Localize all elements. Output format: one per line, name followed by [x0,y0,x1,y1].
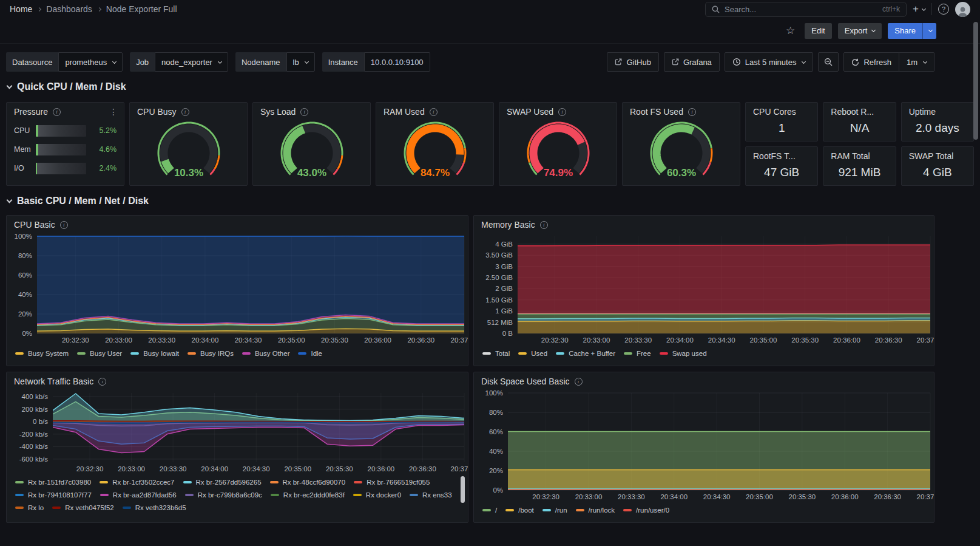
legend-item[interactable]: Rx br-151fd7c03980 [15,476,91,488]
legend-series-color [188,352,196,355]
memory-basic-chart: 0 B512 MiB1 GiB1.50 GiB2 GiB2.50 GiB3 Gi… [474,231,934,346]
legend-item[interactable]: Busy System [15,347,69,359]
zoom-out-button[interactable] [818,52,839,72]
legend-series-color [100,494,109,496]
svg-text:60%: 60% [489,428,503,435]
panel-header[interactable]: Network Traffic Basic i [7,372,468,388]
legend-item[interactable]: Swap used [660,347,707,359]
section-basic-cpu-mem-net-disk[interactable]: Basic CPU / Mem / Net / Disk [7,193,980,209]
legend-item[interactable]: Rx br-c799b8a6c09c [185,489,262,500]
info-icon[interactable]: i [688,108,696,116]
search-input[interactable]: Search... ctrl+k [705,2,907,17]
legend-series-color [15,352,24,355]
refresh-label: Refresh [863,58,891,67]
legend-item[interactable]: Rx ens33 [410,489,452,500]
legend-item[interactable]: Used [518,347,547,359]
cpu-basic-chart: 0%20%40%60%80%100%20:32:3020:33:0020:33:… [7,231,468,346]
legend-item[interactable]: Busy IRQs [188,347,234,359]
legend-item[interactable]: Rx veth323b6d5 [123,502,186,513]
star-button[interactable]: ☆ [786,24,795,37]
info-icon[interactable]: i [98,378,106,386]
legend-item[interactable]: Idle [298,347,322,359]
legend-item[interactable]: Rx br-2567dd596265 [183,476,262,488]
time-range-picker[interactable]: Last 5 minutes [725,52,814,72]
legend-item[interactable]: Busy User [77,347,122,359]
breadcrumb-dashboards[interactable]: Dashboards [46,4,92,14]
svg-text:80%: 80% [18,252,32,259]
legend-item[interactable]: Rx br-48ccf6d90070 [270,476,346,488]
panel-menu-icon[interactable]: ⋮ [109,107,118,116]
panel-header[interactable]: CPU Busy i [130,103,247,118]
stat-value: 921 MiB [823,163,895,185]
legend-series-label: Busy Iowait [143,350,179,357]
refresh-interval-select[interactable]: 1m [899,52,934,72]
legend-item[interactable]: /run/user/0 [623,504,669,516]
svg-text:20:32:30: 20:32:30 [532,493,559,500]
legend-item[interactable]: Rx docker0 [353,489,401,500]
page-scrollbar[interactable] [973,22,978,140]
job-select[interactable]: node_exporter [155,52,228,72]
help-button[interactable]: ? [938,4,949,15]
add-button[interactable]: + [913,3,925,15]
panel-header[interactable]: Sys Load i [253,103,370,118]
plus-icon: + [913,3,919,15]
legend-item[interactable]: Rx br-ec2ddd0fe83f [271,489,345,500]
edit-button[interactable]: Edit [805,23,831,39]
legend-item[interactable]: Busy Iowait [130,347,179,359]
datasource-select[interactable]: prometheus [58,52,123,72]
grafana-link-button[interactable]: Grafana [664,52,720,72]
info-icon[interactable]: i [575,378,583,386]
legend-item[interactable]: Rx br-794108107f77 [15,489,92,500]
legend-item[interactable]: Rx veth0475f52 [52,502,114,513]
svg-text:20:36:00: 20:36:00 [831,493,859,500]
user-avatar[interactable] [955,2,970,17]
panel-header[interactable]: Root FS Used i [623,103,740,118]
legend-item[interactable]: Busy Other [242,347,290,359]
svg-text:3 GiB: 3 GiB [495,263,513,270]
legend-series-color [15,481,24,483]
section-title: Basic CPU / Mem / Net / Disk [17,196,149,206]
svg-text:20:33:30: 20:33:30 [618,493,645,500]
panel-title: SWAP Total [909,151,954,161]
panel-header[interactable]: Memory Basic i [474,216,934,231]
legend-scrollbar[interactable] [461,476,465,503]
info-icon[interactable]: i [181,108,189,116]
panel-header[interactable]: RAM Used i [376,103,493,118]
share-menu-button[interactable] [922,23,936,39]
stat-value: 47 GiB [746,163,817,185]
panel-header[interactable]: Pressure i ⋮ [7,103,124,118]
legend-item[interactable]: /run/lock [576,504,615,516]
info-icon[interactable]: i [60,221,68,229]
info-icon[interactable]: i [558,108,566,116]
refresh-button[interactable]: Refresh [843,52,899,72]
github-link-button[interactable]: GitHub [607,52,658,72]
panel-header[interactable]: Disk Space Used Basic i [474,372,934,388]
legend-item[interactable]: Total [482,347,510,359]
legend-item[interactable]: Rx br-1cf3502ccec7 [100,476,174,488]
legend-item[interactable]: / [482,504,497,516]
export-button[interactable]: Export [838,23,882,39]
info-icon[interactable]: i [53,108,61,116]
svg-text:3.50 GiB: 3.50 GiB [485,251,513,259]
legend-series-label: Rx br-2567dd596265 [196,479,262,486]
panel-header[interactable]: CPU Basic i [7,216,468,231]
info-icon[interactable]: i [430,108,438,116]
info-icon[interactable]: i [300,108,308,116]
breadcrumb-home[interactable]: Home [10,4,32,14]
panel-header[interactable]: SWAP Used i [499,103,617,118]
section-quick-cpu-mem-disk[interactable]: Quick CPU / Mem / Disk [7,79,980,95]
legend-item[interactable]: /run [542,504,567,516]
panel-title: Pressure [14,107,48,117]
legend-item[interactable]: Rx lo [15,502,44,513]
nodename-select[interactable]: lb [286,52,315,72]
legend-item[interactable]: Rx br-aa2d87fdad56 [100,489,177,500]
legend-item[interactable]: /boot [505,504,534,516]
legend-item[interactable]: Rx br-7666519cf055 [354,476,430,488]
share-button[interactable]: Share [888,23,936,39]
legend-series-color [576,509,584,511]
legend-item[interactable]: Cache + Buffer [556,347,615,359]
legend-item[interactable]: Free [624,347,651,359]
info-icon[interactable]: i [540,221,548,229]
panel-title: Disk Space Used Basic [481,377,570,386]
instance-input[interactable]: 10.0.0.10:9100 [364,52,430,72]
